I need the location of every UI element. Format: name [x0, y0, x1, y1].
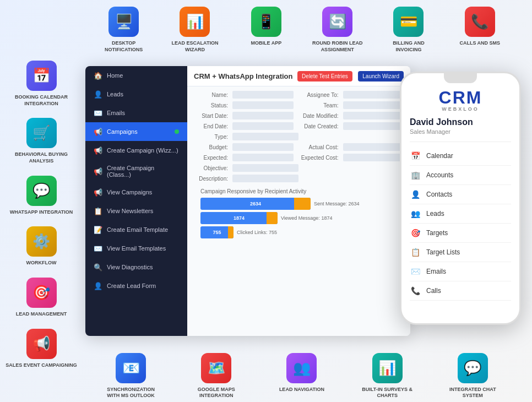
- crm-logo-sub: WEBXLOO: [410, 106, 511, 112]
- form-value-2[interactable]: [232, 112, 294, 119]
- left-icon-workflow[interactable]: ⚙️ WORKFLOW: [6, 226, 77, 267]
- calls-sms-label: CALLS AND SMS: [459, 40, 500, 47]
- google-maps-icon: 🗺️: [201, 353, 231, 383]
- phone-menu-item-emails[interactable]: ✉️ Emails: [410, 262, 511, 281]
- bar-value-0: 2634: [250, 201, 261, 207]
- chart-bar-0: 2634 Sent Message: 2634: [200, 198, 397, 210]
- left-icon-lead-management[interactable]: 🎯 LEAD MANAGEMENT: [6, 278, 77, 318]
- form-right-label-2: Date Modified:: [299, 113, 343, 119]
- create-lead-form-label: Create Lead Form: [107, 283, 156, 289]
- sidebar-item-campaigns[interactable]: 📢 Campaigns: [85, 122, 187, 141]
- sidebar-item-home[interactable]: 🏠 Home: [85, 66, 187, 85]
- bottom-icon-lead-navigation[interactable]: 👥 LEAD NAVIGATION: [274, 353, 329, 393]
- form-value-5[interactable]: [232, 143, 294, 151]
- sidebar-item-view-email-templates[interactable]: ✉️ View Email Templates: [85, 239, 187, 258]
- sidebar-item-create-campaign-wiz[interactable]: 📢 Create Campaign (Wizz...): [85, 141, 187, 160]
- top-icon-mobile-app[interactable]: 📱 MOBILE APP: [238, 7, 294, 47]
- form-right-value-2[interactable]: [343, 112, 404, 119]
- form-label-5: Budget:: [194, 144, 232, 150]
- bottom-icon-google-maps[interactable]: 🗺️ GOOGLE MAPS INTEGRATION: [189, 353, 244, 399]
- launch-btn[interactable]: Launch Wizard: [358, 71, 404, 82]
- phone-menu-item-target-lists[interactable]: 📋 Target Lists: [410, 243, 511, 262]
- chart-bar-outer-2: 755: [200, 226, 234, 238]
- form-right-value-3[interactable]: [343, 122, 404, 130]
- leads-menu-icon: 👥: [410, 208, 421, 219]
- top-icon-billing[interactable]: 💳 BILLING AND INVOICING: [381, 7, 436, 53]
- form-value-1[interactable]: [232, 101, 294, 109]
- calls-menu-label: Calls: [426, 287, 441, 295]
- target-lists-menu-icon: 📋: [410, 247, 421, 258]
- targets-menu-label: Targets: [426, 229, 448, 237]
- form-value-6[interactable]: [232, 154, 294, 161]
- left-icon-whatsapp[interactable]: 💬 WHATSAPP INTEGRATION: [6, 176, 77, 216]
- bar-segment-2: [228, 226, 234, 238]
- phone-menu-item-calls[interactable]: 📞 Calls: [410, 281, 511, 301]
- calendar-menu-label: Calendar: [426, 152, 453, 160]
- top-icon-calls-sms[interactable]: 📞 CALLS AND SMS: [452, 7, 507, 47]
- lead-management-icon: 🎯: [26, 278, 57, 308]
- phone-content: CRM WEBXLOO David Johnson Sales Manager …: [401, 83, 519, 323]
- left-icons-column: 📅 BOOKING CALENDAR INTEGRATION 🛒 BEHAVIO…: [0, 55, 83, 374]
- bottom-icon-ms-outlook[interactable]: 📧 SYNCHRONIZATION WITH MS OUTLOOK: [104, 353, 159, 399]
- form-value-8[interactable]: [232, 175, 298, 182]
- view-email-templates-label: View Email Templates: [107, 245, 166, 252]
- crm-logo-text: CRM: [410, 89, 511, 106]
- sidebar-item-create-lead-form[interactable]: 👤 Create Lead Form: [85, 276, 187, 295]
- form-label-6: Expected:: [194, 155, 232, 161]
- leads-menu-label: Leads: [426, 210, 444, 218]
- booking-calendar-box: 📅: [26, 61, 57, 91]
- top-icon-desktop-notifications[interactable]: 🖥️ DESKTOP NOTIFICATIONS: [96, 7, 151, 53]
- form-value-7[interactable]: [232, 164, 298, 172]
- top-icon-round-robin[interactable]: 🔄 ROUND ROBIN LEAD ASSIGNMENT: [310, 7, 365, 53]
- emails-label: Emails: [107, 110, 125, 116]
- chat-system-icon: 💬: [458, 353, 488, 383]
- sidebar-item-view-newsletters[interactable]: 📋 View Newsletters: [85, 202, 187, 220]
- form-right-value-0[interactable]: [343, 91, 404, 99]
- bottom-icon-chat-system[interactable]: 💬 INTEGRATED CHAT SYSTEM: [445, 353, 500, 399]
- form-right-value-1[interactable]: [343, 101, 404, 109]
- form-value-0[interactable]: [232, 91, 294, 99]
- form-label-2: Start Date:: [194, 113, 232, 119]
- sidebar-item-view-diagnostics[interactable]: 🔍 View Diagnostics: [85, 258, 187, 276]
- delete-btn[interactable]: Delete Test Entries: [297, 71, 352, 82]
- bar-segment-0: [294, 198, 311, 210]
- left-icon-behavioral[interactable]: 🛒 BEHAVIORAL BUYING ANALYSIS: [6, 118, 77, 164]
- sidebar-item-emails[interactable]: ✉️ Emails: [85, 104, 187, 122]
- phone-user-role: Sales Manager: [410, 128, 511, 135]
- view-newsletters-icon: 📋: [94, 207, 102, 215]
- workflow-icon: ⚙️: [26, 226, 57, 257]
- phone-menu-item-contacts[interactable]: 👤 Contacts: [410, 185, 511, 204]
- bottom-icon-surveys[interactable]: 📊 BUILT-IN SURVEYS & CHARTS: [360, 353, 415, 399]
- phone-menu-item-accounts[interactable]: 🏢 Accounts: [410, 166, 511, 185]
- sidebar-item-leads[interactable]: 👤 Leads: [85, 85, 187, 104]
- round-robin-icon: 🔄: [322, 7, 352, 37]
- form-value-3[interactable]: [232, 122, 294, 130]
- phone-menu: 📅 Calendar 🏢 Accounts 👤 Contacts 👥 Leads…: [410, 146, 511, 301]
- behavioral-icon: 🛒: [26, 118, 57, 148]
- sidebar-item-view-campaigns[interactable]: 📢 View Campaigns: [85, 183, 187, 202]
- sidebar-item-create-campaign-class[interactable]: 📢 Create Campaign (Class...): [85, 160, 187, 183]
- form-value-4[interactable]: [232, 133, 298, 140]
- form-label-0: Name:: [194, 92, 232, 98]
- calls-menu-icon: 📞: [410, 285, 421, 296]
- view-campaigns-label: View Campaigns: [107, 189, 152, 195]
- view-campaigns-icon: 📢: [94, 188, 102, 197]
- form-right-value-5[interactable]: [343, 143, 404, 151]
- phone-menu-item-targets[interactable]: 🎯 Targets: [410, 224, 511, 243]
- crm-logo: CRM WEBXLOO: [410, 89, 511, 112]
- top-icon-lead-escalation[interactable]: 📊 LEAD ESCALATION WIZARD: [167, 7, 222, 53]
- desktop-notifications-icon: 🖥️: [108, 7, 139, 37]
- calendar-menu-icon: 📅: [410, 150, 421, 161]
- left-icon-booking-calendar[interactable]: 📅 BOOKING CALENDAR INTEGRATION: [6, 61, 77, 107]
- sidebar-item-create-email-template[interactable]: 📝 Create Email Template: [85, 220, 187, 239]
- create-campaign-class-label: Create Campaign (Class...): [107, 165, 179, 178]
- home-icon: 🏠: [94, 71, 102, 80]
- ms-outlook-label: SYNCHRONIZATION WITH MS OUTLOOK: [104, 387, 159, 399]
- mobile-app-icon: 📱: [251, 7, 281, 37]
- create-email-template-icon: 📝: [94, 225, 102, 234]
- lead-management-box: 🎯: [26, 278, 57, 308]
- phone-menu-item-calendar[interactable]: 📅 Calendar: [410, 146, 511, 166]
- phone-menu-item-leads[interactable]: 👥 Leads: [410, 204, 511, 224]
- top-icons-row: 🖥️ DESKTOP NOTIFICATIONS 📊 LEAD ESCALATI…: [0, 0, 532, 53]
- form-right-value-6[interactable]: [343, 154, 404, 161]
